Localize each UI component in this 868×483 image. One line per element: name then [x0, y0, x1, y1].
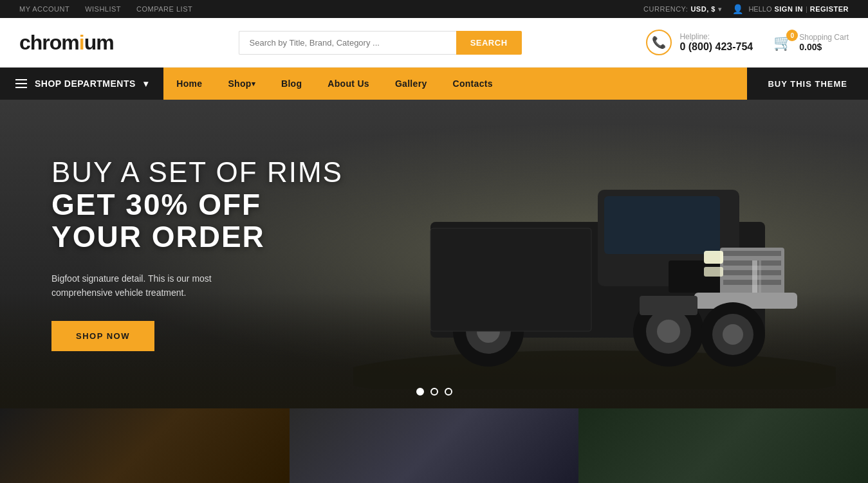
thumbnail-strip	[0, 408, 868, 483]
search-button[interactable]: SEARCH	[456, 31, 522, 55]
sign-in-link[interactable]: SIGN IN	[774, 5, 802, 13]
cart-badge: 0	[786, 30, 798, 41]
hero-line2: GET 30% OFF YOUR ORDER	[51, 188, 347, 253]
hello-text: HELLO	[748, 5, 771, 13]
svg-rect-27	[759, 260, 761, 293]
thumbnail-3[interactable]	[578, 408, 868, 483]
carousel-dot-1[interactable]	[416, 388, 424, 396]
cart-icon-wrap: 🛒 0	[773, 33, 793, 51]
phone-icon-wrap: 📞	[646, 30, 672, 55]
svg-rect-24	[640, 296, 697, 315]
cart-text: Shopping Cart 0.00$	[799, 33, 849, 52]
user-icon: 👤	[732, 4, 743, 14]
register-link[interactable]: REGISTER	[810, 5, 849, 13]
svg-rect-25	[430, 228, 591, 331]
wishlist-link[interactable]: WISHLIST	[85, 5, 121, 13]
helpline: 📞 Helpline: 0 (800) 423-754	[646, 30, 753, 55]
nav-links: Home Shop Blog About Us Gallery Contacts	[163, 68, 747, 100]
search-bar: SEARCH	[239, 31, 522, 55]
cart-amount: 0.00$	[799, 42, 849, 52]
nav-gallery[interactable]: Gallery	[382, 68, 440, 100]
nav-bar: SHOP DEPARTMENTS ▾ Home Shop Blog About …	[0, 68, 868, 100]
helpline-number: 0 (800) 423-754	[679, 41, 753, 53]
nav-about-us[interactable]: About Us	[315, 68, 382, 100]
top-bar-links: MY ACCOUNT WISHLIST COMPARE LIST	[19, 5, 192, 13]
shop-now-button[interactable]: SHOP NOW	[51, 321, 154, 351]
carousel-dot-2[interactable]	[430, 388, 438, 396]
currency-selector[interactable]: CURRENCY: USD, $ ▾	[643, 5, 722, 14]
hero-content: BUY A SET OF RIMS GET 30% OFF YOUR ORDER…	[0, 157, 399, 351]
shop-departments[interactable]: SHOP DEPARTMENTS ▾	[0, 68, 163, 100]
phone-icon: 📞	[652, 35, 666, 50]
carousel-dots	[416, 388, 452, 396]
logo-accent: i	[79, 31, 84, 54]
hero-description: Bigfoot signature detail. This is our mo…	[51, 271, 257, 300]
svg-point-1	[353, 351, 836, 389]
header-right: 📞 Helpline: 0 (800) 423-754 🛒 0 Shopping…	[646, 30, 849, 55]
top-bar-right: CURRENCY: USD, $ ▾ 👤 HELLO SIGN IN | REG…	[643, 4, 849, 14]
svg-rect-4	[604, 196, 720, 254]
currency-dropdown-arrow: ▾	[718, 5, 723, 14]
my-account-link[interactable]: MY ACCOUNT	[19, 5, 69, 13]
helpline-label: Helpline:	[679, 32, 753, 41]
hero-section: BUY A SET OF RIMS GET 30% OFF YOUR ORDER…	[0, 100, 868, 408]
svg-rect-11	[704, 251, 723, 264]
auth-links: 👤 HELLO SIGN IN | REGISTER	[732, 4, 849, 14]
nav-home[interactable]: Home	[163, 68, 215, 100]
currency-value: USD, $	[690, 5, 715, 13]
logo[interactable]: chromium	[19, 31, 114, 55]
nav-shop[interactable]: Shop	[215, 68, 268, 100]
departments-arrow: ▾	[143, 78, 149, 89]
search-input[interactable]	[239, 31, 456, 55]
cart-label: Shopping Cart	[799, 33, 849, 42]
currency-label: CURRENCY:	[643, 5, 688, 13]
helpline-text: Helpline: 0 (800) 423-754	[679, 32, 753, 53]
top-bar: MY ACCOUNT WISHLIST COMPARE LIST CURRENC…	[0, 0, 868, 18]
thumbnail-2[interactable]	[290, 408, 579, 483]
nav-contacts[interactable]: Contacts	[439, 68, 505, 100]
hamburger-icon	[15, 79, 27, 88]
compare-list-link[interactable]: COMPARE LIST	[136, 5, 192, 13]
svg-point-19	[657, 320, 680, 343]
header: chromium SEARCH 📞 Helpline: 0 (800) 423-…	[0, 18, 868, 68]
svg-rect-12	[704, 267, 723, 277]
hero-line1: BUY A SET OF RIMS	[51, 157, 347, 188]
buy-theme-button[interactable]: BUY THIS THEME	[747, 68, 868, 100]
thumbnail-1[interactable]	[0, 408, 290, 483]
cart[interactable]: 🛒 0 Shopping Cart 0.00$	[773, 33, 849, 52]
carousel-dot-3[interactable]	[445, 388, 452, 396]
svg-point-22	[723, 324, 743, 345]
svg-rect-7	[723, 251, 781, 256]
truck-image	[353, 132, 836, 389]
departments-label: SHOP DEPARTMENTS	[35, 78, 136, 89]
svg-rect-26	[752, 260, 757, 293]
auth-separator: |	[806, 5, 808, 13]
nav-blog[interactable]: Blog	[268, 68, 315, 100]
